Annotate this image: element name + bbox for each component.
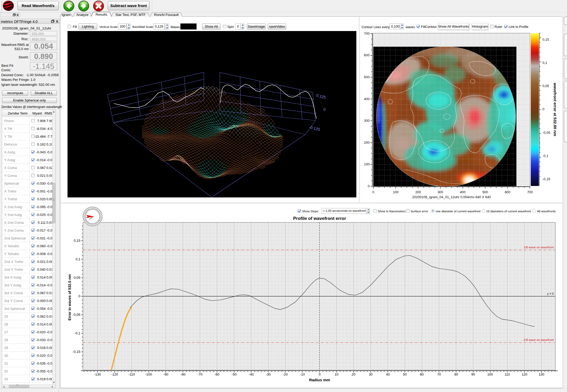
svg-text:120: 120 bbox=[522, 372, 527, 376]
svg-text:-0,1: -0,1 bbox=[75, 331, 80, 335]
svg-text:0: 0 bbox=[372, 190, 374, 194]
svg-text:1/8 wave on wavefront: 1/8 wave on wavefront bbox=[524, 246, 554, 249]
svg-text:20: 20 bbox=[352, 372, 355, 376]
svg-text:0,1: 0,1 bbox=[76, 257, 80, 261]
svg-text:500: 500 bbox=[364, 75, 370, 79]
svg-text:200: 200 bbox=[415, 190, 421, 194]
svg-text:0,1: 0,1 bbox=[542, 61, 547, 65]
svg-text:100: 100 bbox=[487, 372, 493, 376]
svg-text:-130: -130 bbox=[94, 372, 101, 376]
svg-text:Error in waves of 532.0 nm: Error in waves of 532.0 nm bbox=[68, 274, 72, 320]
svg-text:0: 0 bbox=[542, 107, 544, 111]
svg-text:-60: -60 bbox=[215, 372, 220, 376]
svg-text:Ronchi Foucault: Ronchi Foucault bbox=[154, 13, 179, 17]
svg-text:600: 600 bbox=[505, 190, 510, 194]
svg-text:500: 500 bbox=[482, 190, 488, 194]
svg-text:110: 110 bbox=[505, 372, 510, 376]
svg-text:80: 80 bbox=[454, 372, 458, 376]
svg-text:700: 700 bbox=[364, 32, 370, 35]
svg-text:-1/8 wave on wavefront: -1/8 wave on wavefront bbox=[523, 338, 554, 341]
svg-text:50: 50 bbox=[403, 372, 407, 376]
svg-text:0,05: 0,05 bbox=[74, 276, 80, 280]
svg-text:-0,1: -0,1 bbox=[542, 154, 548, 158]
svg-text:Results: Results bbox=[95, 13, 107, 16]
svg-text:10: 10 bbox=[335, 372, 338, 376]
svg-text:-80: -80 bbox=[181, 372, 186, 376]
svg-text:-70: -70 bbox=[198, 372, 203, 376]
svg-text:90: 90 bbox=[471, 372, 475, 376]
svg-text:300: 300 bbox=[437, 190, 443, 194]
svg-text:400: 400 bbox=[460, 190, 466, 194]
svg-text:-0,05: -0,05 bbox=[542, 131, 550, 135]
svg-text:200: 200 bbox=[364, 141, 370, 144]
svg-text:Star Test, PSF, MTF: Star Test, PSF, MTF bbox=[115, 13, 145, 17]
svg-text:-30: -30 bbox=[266, 372, 271, 376]
svg-text:-50: -50 bbox=[232, 372, 237, 376]
svg-text:y = 0: y = 0 bbox=[547, 292, 554, 295]
svg-text:0,15: 0,15 bbox=[542, 38, 549, 41]
svg-text:-100: -100 bbox=[145, 372, 152, 376]
svg-text:300: 300 bbox=[364, 119, 370, 123]
svg-text:20200106_igram_04_01_12uhr 0.: 20200106_igram_04_01_12uhr 0.054rms 640 … bbox=[412, 195, 491, 199]
svg-text:0: 0 bbox=[78, 294, 80, 298]
svg-text:-10: -10 bbox=[300, 372, 305, 376]
svg-text:Analyze: Analyze bbox=[76, 13, 88, 17]
svg-text:-0,15: -0,15 bbox=[72, 350, 80, 354]
svg-text:60: 60 bbox=[420, 372, 424, 376]
svg-text:wavefront error at 532.00 nm: wavefront error at 532.00 nm bbox=[553, 83, 557, 136]
svg-text:-90: -90 bbox=[163, 372, 168, 376]
svg-text:40: 40 bbox=[386, 372, 390, 376]
svg-text:-0,15: -0,15 bbox=[542, 177, 550, 181]
svg-text:130: 130 bbox=[539, 372, 544, 376]
svg-text:600: 600 bbox=[364, 53, 370, 57]
svg-text:0: 0 bbox=[319, 372, 320, 376]
svg-text:700: 700 bbox=[527, 190, 533, 194]
svg-text:100: 100 bbox=[393, 190, 399, 194]
svg-text:100: 100 bbox=[364, 162, 370, 166]
svg-text:0: 0 bbox=[368, 184, 370, 188]
svg-text:0,15: 0,15 bbox=[74, 239, 80, 243]
svg-text:-20: -20 bbox=[283, 372, 288, 376]
svg-text:-110: -110 bbox=[128, 372, 135, 376]
svg-text:0,05: 0,05 bbox=[542, 84, 549, 88]
svg-text:70: 70 bbox=[437, 372, 441, 376]
svg-text:400: 400 bbox=[364, 97, 370, 101]
svg-text:-120: -120 bbox=[111, 372, 118, 376]
svg-text:Profile of wavefront error: Profile of wavefront error bbox=[293, 216, 346, 221]
svg-text:-0,05: -0,05 bbox=[72, 313, 80, 317]
svg-text:-40: -40 bbox=[249, 372, 254, 376]
svg-text:30: 30 bbox=[369, 372, 373, 376]
svg-text:igram: igram bbox=[62, 13, 71, 17]
svg-text:Radius mm: Radius mm bbox=[309, 378, 330, 382]
